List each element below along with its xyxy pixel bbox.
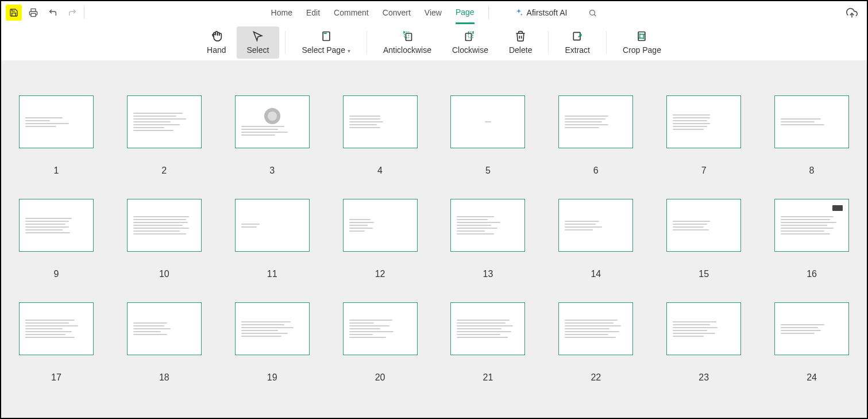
page-thumbnail[interactable] — [235, 95, 310, 148]
tab-view[interactable]: View — [425, 1, 442, 24]
page-thumbnail-cell: 10 — [110, 199, 218, 279]
page-number-label: 23 — [699, 372, 709, 383]
extract-page-button[interactable]: Extract — [554, 26, 600, 59]
delete-page-button[interactable]: Delete — [499, 26, 542, 59]
trash-icon — [515, 30, 526, 42]
page-thumbnail-cell: 9 — [2, 199, 110, 279]
page-thumbnail[interactable] — [343, 199, 418, 252]
hand-icon — [211, 30, 222, 42]
tab-convert[interactable]: Convert — [383, 1, 411, 24]
page-number-label: 6 — [593, 166, 599, 176]
page-number-label: 21 — [483, 372, 493, 383]
page-thumbnail-cell: 16 — [758, 199, 866, 279]
svg-rect-4 — [406, 33, 411, 41]
page-thumbnail-cell: 8 — [758, 95, 866, 176]
select-page-icon — [321, 30, 332, 42]
page-number-label: 13 — [483, 269, 493, 279]
redo-button[interactable] — [64, 5, 80, 21]
quick-actions — [6, 5, 84, 21]
page-number-label: 20 — [375, 372, 385, 383]
page-thumbnail[interactable] — [343, 302, 418, 355]
page-thumbnail[interactable] — [19, 302, 94, 355]
page-thumbnails-area[interactable]: 1 2 3 4 5 6 7 8 9 10 11 12 13 14 15 16 1… — [1, 61, 867, 418]
crop-icon — [636, 30, 647, 42]
tab-page[interactable]: Page — [456, 1, 474, 24]
page-thumbnail[interactable] — [558, 95, 633, 148]
page-number-label: 18 — [159, 372, 169, 383]
tool-label: Clockwise — [452, 45, 488, 55]
cloud-upload-icon — [846, 7, 858, 19]
page-number-label: 2 — [161, 166, 167, 176]
crop-page-button[interactable]: Crop Page — [612, 26, 672, 59]
thumbnail-grid: 1 2 3 4 5 6 7 8 9 10 11 12 13 14 15 16 1… — [2, 95, 866, 406]
page-thumbnail-cell: 7 — [650, 95, 758, 176]
ai-label: Afirstsoft AI — [527, 8, 568, 17]
page-thumbnail-cell: 20 — [326, 302, 434, 383]
hand-tool[interactable]: Hand — [196, 26, 236, 59]
separator — [285, 31, 286, 54]
print-button[interactable] — [25, 5, 41, 21]
page-thumbnail[interactable] — [235, 199, 310, 252]
main-menu: Home Edit Comment Convert View Page Afir… — [271, 1, 597, 24]
page-thumbnail[interactable] — [127, 302, 202, 355]
page-thumbnail[interactable] — [774, 95, 849, 148]
page-thumbnail[interactable] — [450, 199, 525, 252]
page-thumbnail[interactable] — [450, 95, 525, 148]
tool-label: Hand — [207, 45, 226, 55]
tab-home[interactable]: Home — [271, 1, 292, 24]
tab-comment[interactable]: Comment — [334, 1, 369, 24]
svg-rect-0 — [31, 13, 36, 16]
save-icon — [9, 8, 18, 17]
separator — [367, 31, 367, 54]
page-number-label: 12 — [375, 269, 385, 279]
page-thumbnail[interactable] — [450, 302, 525, 355]
top-bar: Home Edit Comment Convert View Page Afir… — [1, 1, 867, 24]
page-thumbnail-cell: 18 — [110, 302, 218, 383]
tool-label: Select Page — [302, 45, 350, 55]
page-thumbnail[interactable] — [666, 302, 741, 355]
page-thumbnail[interactable] — [558, 302, 633, 355]
page-thumbnail-cell: 13 — [434, 199, 542, 279]
separator — [606, 31, 607, 54]
page-thumbnail[interactable] — [774, 302, 849, 355]
tool-label: Delete — [509, 45, 532, 55]
search-button[interactable] — [588, 8, 597, 17]
page-thumbnail-cell: 3 — [218, 95, 326, 176]
page-thumbnail[interactable] — [343, 95, 418, 148]
page-thumbnail-cell: 21 — [434, 302, 542, 383]
save-button[interactable] — [6, 5, 22, 21]
page-number-label: 3 — [269, 166, 275, 176]
ai-assistant-link[interactable]: Afirstsoft AI — [514, 8, 568, 17]
page-thumbnail-cell: 15 — [650, 199, 758, 279]
tab-edit[interactable]: Edit — [306, 1, 320, 24]
page-thumbnail[interactable] — [19, 95, 94, 148]
tool-label: Anticlockwise — [383, 45, 431, 55]
svg-point-1 — [589, 10, 595, 15]
select-page-dropdown[interactable]: Select Page — [291, 26, 361, 59]
page-thumbnail[interactable] — [19, 199, 94, 252]
svg-line-2 — [594, 14, 596, 16]
page-thumbnail[interactable] — [666, 199, 741, 252]
select-tool[interactable]: Select — [237, 26, 280, 59]
cursor-icon — [252, 30, 264, 42]
page-number-label: 8 — [809, 166, 815, 176]
page-thumbnail[interactable] — [127, 199, 202, 252]
page-thumbnail-cell: 23 — [650, 302, 758, 383]
rotate-clockwise-button[interactable]: Clockwise — [442, 26, 499, 59]
page-number-label: 15 — [699, 269, 709, 279]
page-number-label: 24 — [807, 372, 817, 383]
undo-icon — [48, 8, 57, 17]
undo-button[interactable] — [45, 5, 61, 21]
page-thumbnail[interactable] — [235, 302, 310, 355]
page-number-label: 1 — [53, 166, 59, 176]
page-thumbnail[interactable] — [558, 199, 633, 252]
cloud-upload-button[interactable] — [844, 5, 860, 21]
rotate-anticlockwise-button[interactable]: Anticlockwise — [373, 26, 442, 59]
sparkle-icon — [514, 8, 523, 17]
page-thumbnail[interactable] — [127, 95, 202, 148]
redo-icon — [68, 8, 77, 17]
page-thumbnail[interactable] — [774, 199, 849, 252]
page-toolbar: Hand Select Select Page Anticlockwise Cl… — [1, 24, 867, 61]
page-thumbnail-cell: 24 — [758, 302, 866, 383]
page-thumbnail[interactable] — [666, 95, 741, 148]
